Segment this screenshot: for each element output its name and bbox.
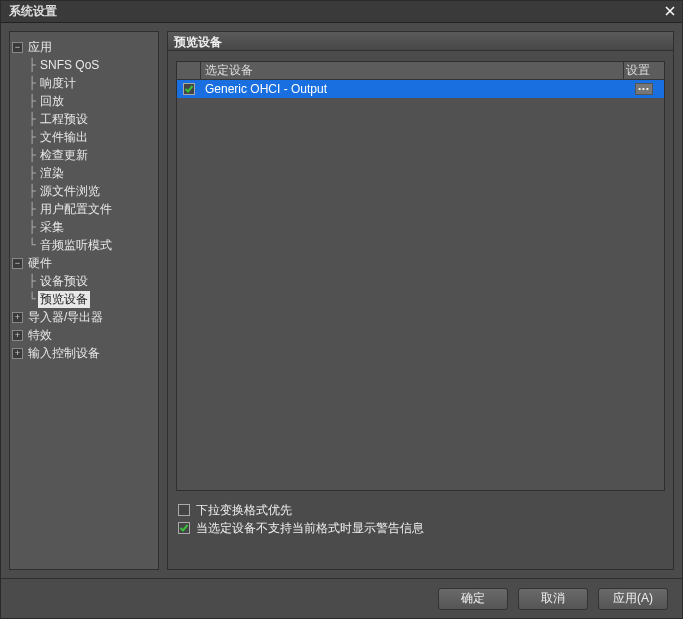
checkbox-checked-icon[interactable] (178, 522, 190, 534)
tree-leaf-audio[interactable]: └音频监听模式 (12, 236, 156, 254)
ok-button[interactable]: 确定 (438, 588, 508, 610)
expand-icon[interactable]: + (12, 330, 23, 341)
collapse-icon[interactable]: − (12, 258, 23, 269)
apply-button[interactable]: 应用(A) (598, 588, 668, 610)
tree-node-importer[interactable]: + 导入器/导出器 (12, 308, 156, 326)
device-row[interactable]: Generic OHCI - Output ••• (177, 80, 664, 98)
titlebar: 系统设置 (1, 1, 682, 23)
tree-leaf-capture[interactable]: ├采集 (12, 218, 156, 236)
device-checkbox[interactable] (183, 83, 195, 95)
option-warn[interactable]: 当选定设备不支持当前格式时显示警告信息 (178, 519, 663, 537)
device-grid: 选定设备 设置 Generic OHCI - Output ••• (176, 61, 665, 491)
tree-leaf-device-preset[interactable]: ├设备预设 (12, 272, 156, 290)
expand-icon[interactable]: + (12, 312, 23, 323)
tree-leaf-render[interactable]: ├渲染 (12, 164, 156, 182)
tree-leaf-export[interactable]: ├文件输出 (12, 128, 156, 146)
tree-leaf-snfs[interactable]: ├SNFS QoS (12, 56, 156, 74)
tree-leaf-playback[interactable]: ├回放 (12, 92, 156, 110)
tree-leaf-update[interactable]: ├检查更新 (12, 146, 156, 164)
expand-icon[interactable]: + (12, 348, 23, 359)
checkbox-unchecked-icon[interactable] (178, 504, 190, 516)
tree-node-hardware[interactable]: − 硬件 (12, 254, 156, 272)
tree-leaf-profile[interactable]: ├用户配置文件 (12, 200, 156, 218)
grid-header: 选定设备 设置 (177, 62, 664, 80)
panel-title: 预览设备 (167, 31, 674, 51)
option-pulldown[interactable]: 下拉变换格式优先 (178, 501, 663, 519)
device-name: Generic OHCI - Output (201, 82, 624, 96)
cancel-button[interactable]: 取消 (518, 588, 588, 610)
tree-node-input[interactable]: + 输入控制设备 (12, 344, 156, 362)
dialog-title: 系统设置 (9, 3, 57, 20)
grid-header-settings: 设置 (624, 62, 664, 79)
panel-body: 选定设备 设置 Generic OHCI - Output ••• (167, 51, 674, 570)
grid-header-name: 选定设备 (201, 62, 624, 79)
option-warn-label: 当选定设备不支持当前格式时显示警告信息 (196, 520, 424, 537)
device-settings-button[interactable]: ••• (635, 83, 653, 95)
option-pulldown-label: 下拉变换格式优先 (196, 502, 292, 519)
system-settings-dialog: 系统设置 − 应用 ├SNFS QoS ├响度计 ├回放 ├工程预设 ├文件输出… (0, 0, 683, 619)
grid-header-check (177, 62, 201, 79)
settings-tree[interactable]: − 应用 ├SNFS QoS ├响度计 ├回放 ├工程预设 ├文件输出 ├检查更… (9, 31, 159, 570)
tree-leaf-preview-device[interactable]: └预览设备 (12, 290, 156, 308)
tree-node-effects[interactable]: + 特效 (12, 326, 156, 344)
tree-node-app[interactable]: − 应用 (12, 38, 156, 56)
tree-leaf-source[interactable]: ├源文件浏览 (12, 182, 156, 200)
dialog-footer: 确定 取消 应用(A) (1, 578, 682, 618)
collapse-icon[interactable]: − (12, 42, 23, 53)
tree-leaf-loudness[interactable]: ├响度计 (12, 74, 156, 92)
close-button[interactable] (662, 4, 678, 20)
tree-leaf-project[interactable]: ├工程预设 (12, 110, 156, 128)
